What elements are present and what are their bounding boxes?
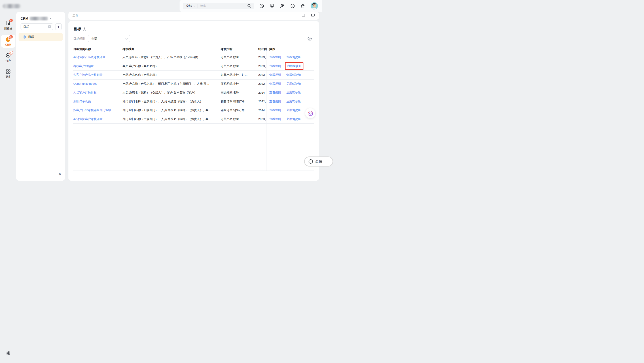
search-input[interactable]: 搜索 (200, 4, 246, 8)
divider (197, 4, 198, 8)
dashboard-link[interactable]: 启用驾驶舱 (286, 82, 301, 86)
nav-item-label: CRM (5, 43, 11, 46)
dimension-cell: 人员.系统名（昵称）（负责人）、产品.产品线（产品名称） (122, 55, 221, 59)
bag-icon[interactable] (300, 3, 305, 8)
panel-title-blurred (30, 17, 48, 20)
actions-cell: 查看规则启用驾驶舱 (266, 117, 314, 121)
nav-item-fuwutong[interactable]: 服务通 6 (1, 18, 16, 32)
topbar: 全部 搜索 (0, 0, 322, 12)
table-row: 按客户行业考核销售部门业绩部门.部门名称（归属部门）、人员.系统名（昵称）（负责… (73, 106, 314, 115)
view-rule-link[interactable]: 查看规则 (269, 117, 281, 121)
stat-year-cell: 2022、 (258, 99, 266, 103)
panel-item-target[interactable]: 目标 (18, 33, 62, 41)
help-icon[interactable]: ? (83, 27, 86, 31)
table-settings-icon[interactable] (307, 36, 312, 42)
chevron-down-icon (193, 4, 195, 7)
collapse-panel-icon[interactable]: « (59, 172, 61, 176)
stat-year-cell: 2023、 (258, 117, 266, 121)
dashboard-link[interactable]: 查看驾驶舱 (286, 55, 301, 59)
view-rule-link[interactable]: 查看规则 (269, 90, 281, 94)
dimension-cell: 产品.产品线（产品名称）、部门.部门名称（主属部门）、人员.系… (122, 82, 221, 86)
view-rule-link[interactable]: 查看规则 (269, 108, 281, 112)
nav-rail: 服务通 6 CRM 6 待办 6 更多 (0, 12, 16, 181)
search-icon[interactable] (247, 4, 251, 8)
table-row: 各销售按客户考核销量部门.部门名称（主属部门）、人员.系统名（昵称）（负责人）、… (73, 115, 314, 124)
table-row: 考核客户的销量客户.客户名称（客户名称）订单产品.数量2023、查看规则启用驾驶… (73, 62, 314, 71)
nav-item-crm[interactable]: CRM 6 (1, 35, 16, 48)
notification-badge: 6 (9, 18, 13, 22)
qixin-chat-button[interactable]: 企信 (304, 156, 322, 167)
view-rule-link[interactable]: 查看规则 (269, 82, 281, 86)
open-window-icon[interactable] (302, 14, 305, 18)
assistant-robot-button[interactable] (305, 108, 315, 118)
dimension-cell: 客户.客户名称（客户名称） (122, 64, 221, 68)
rule-name-link[interactable]: 考核客户的销量 (73, 64, 122, 68)
stat-year-cell: 2024 (258, 109, 266, 112)
grid-more-icon (6, 69, 11, 74)
target-icon (22, 35, 26, 39)
panel-dropdown-caret-icon[interactable] (50, 18, 52, 19)
view-rule-link[interactable]: 查看规则 (269, 55, 281, 59)
open-window-icon-2[interactable] (311, 14, 315, 18)
chat-bubble-icon (308, 159, 313, 164)
panel-search-value: 目标 (23, 25, 48, 29)
view-rule-link[interactable]: 查看规则 (269, 73, 281, 77)
main-content: 目标 ? 目标规则 全部 目标规则名称 考核维度 考核指标 统计财 操作 各销售… (68, 21, 319, 181)
nav-item-label: 服务通 (4, 26, 12, 30)
indicator-cell: 高级外勤.名称 (221, 90, 258, 94)
dimension-cell: 部门.部门名称（归属部门）、人员.系统名（昵称）（负责人）、客… (122, 108, 221, 112)
search-scope-dropdown[interactable]: 全部 (186, 4, 194, 8)
nav-item-more[interactable]: 更多 (1, 67, 16, 80)
history-icon[interactable] (259, 3, 264, 8)
dimension-cell: 部门.部门名称（主属部门）、人员.系统名（昵称）（负责人） (122, 99, 221, 103)
dashboard-link[interactable]: 启用驾驶舱 (286, 117, 301, 121)
dashboard-link[interactable]: 启用驾驶舱 (286, 108, 301, 112)
panel-search-input[interactable]: 目标 ✕ (20, 23, 53, 30)
global-search[interactable]: 全部 搜索 (183, 3, 254, 9)
actions-cell: 查看规则启用驾驶舱 (266, 99, 314, 103)
col-dimension: 考核维度 (122, 47, 221, 51)
device-message-icon[interactable] (270, 3, 274, 8)
view-rule-link[interactable]: 查看规则 (269, 64, 281, 68)
col-indicator: 考核指标 (221, 47, 258, 51)
rule-name-link[interactable]: 人员客户拜访目标 (73, 90, 122, 94)
table-body: 各销售按产品线考核销量人员.系统名（昵称）（负责人）、产品.产品线（产品名称）订… (73, 53, 314, 124)
enable-dashboard-link-highlighted[interactable]: 启用驾驶舱 (285, 62, 304, 70)
rule-name-link[interactable]: 按客户行业考核销售部门业绩 (73, 108, 122, 112)
rule-name-link[interactable]: 各销售按客户考核销量 (73, 117, 122, 121)
dashboard-link[interactable]: 启用驾驶舱 (286, 90, 301, 94)
dashboard-link[interactable]: 查看驾驶舱 (286, 73, 301, 77)
help-icon[interactable] (290, 3, 295, 8)
indicator-cell: 订单产品.数量 (221, 55, 258, 59)
dashboard-link[interactable]: 启用驾驶舱 (286, 99, 301, 103)
clear-search-icon[interactable]: ✕ (48, 25, 51, 28)
dimension-cell: 部门.部门名称（主属部门）、人员.系统名（昵称）（负责人）、客… (122, 117, 221, 121)
tab-tools[interactable]: 工具 (72, 14, 78, 18)
actions-cell: 查看规则查看驾驶舱 (266, 55, 314, 59)
view-rule-link[interactable]: 查看规则 (269, 99, 281, 103)
table-row: 新购订单总额部门.部门名称（主属部门）、人员.系统名（昵称）（负责人）销售订单.… (73, 97, 314, 106)
add-button[interactable]: + (55, 23, 62, 30)
indicator-cell: 商机明细.小计 (221, 82, 258, 86)
filter-label: 目标规则 (73, 37, 85, 41)
actions-cell: 查看规则启用驾驶舱 (266, 82, 314, 86)
contacts-icon[interactable] (280, 3, 285, 8)
stat-year-cell: 2023、 (258, 55, 266, 59)
rule-name-link[interactable]: Opportunity target (73, 82, 122, 85)
panel-title: CRM (20, 16, 28, 20)
nav-item-todo[interactable]: 待办 6 (1, 51, 16, 64)
rule-filter-value: 全部 (92, 37, 126, 41)
nav-item-label: 待办 (6, 59, 11, 63)
dimension-cell: 产品.产品名称（产品名称） (122, 73, 221, 77)
search-scope-value: 全部 (186, 4, 192, 8)
indicator-cell: 订单产品.数量 (221, 117, 258, 121)
rule-filter-select[interactable]: 全部 (88, 35, 130, 42)
rule-name-link[interactable]: 新购订单总额 (73, 99, 122, 103)
nav-item-label: 更多 (6, 75, 11, 79)
rule-name-link[interactable]: 各销售按产品线考核销量 (73, 55, 122, 59)
panel-item-label: 目标 (28, 35, 34, 39)
rule-name-link[interactable]: 各客户按产品考核销量 (73, 73, 122, 77)
indicator-cell: 销售订单.销售订单… (221, 99, 258, 103)
avatar[interactable] (310, 2, 318, 9)
indicator-cell: 订单产品.小计、订… (221, 73, 258, 77)
